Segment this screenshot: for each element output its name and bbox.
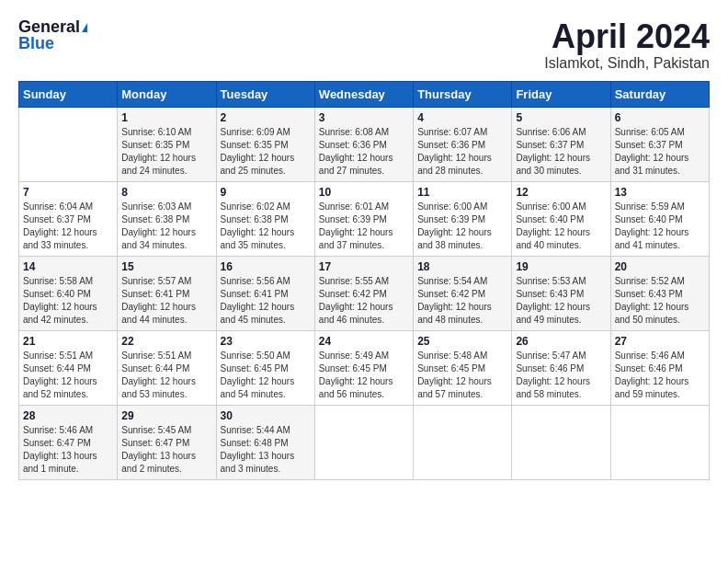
day-detail: Sunrise: 5:53 AMSunset: 6:43 PMDaylight:…: [516, 276, 590, 325]
day-number: 6: [615, 111, 705, 124]
day-detail: Sunrise: 5:51 AMSunset: 6:44 PMDaylight:…: [121, 350, 196, 399]
day-cell: 26 Sunrise: 5:47 AMSunset: 6:46 PMDaylig…: [512, 330, 610, 405]
day-number: 19: [516, 260, 606, 273]
day-cell: 8 Sunrise: 6:03 AMSunset: 6:38 PMDayligh…: [118, 181, 216, 256]
day-detail: Sunrise: 5:44 AMSunset: 6:48 PMDaylight:…: [221, 425, 295, 474]
day-number: 7: [23, 186, 113, 199]
calendar-body: 1 Sunrise: 6:10 AMSunset: 6:35 PMDayligh…: [19, 107, 710, 479]
day-detail: Sunrise: 5:59 AMSunset: 6:40 PMDaylight:…: [615, 201, 689, 250]
logo-triangle-icon: [82, 23, 87, 32]
day-detail: Sunrise: 5:48 AMSunset: 6:45 PMDaylight:…: [417, 350, 492, 399]
day-detail: Sunrise: 5:51 AMSunset: 6:44 PMDaylight:…: [23, 350, 97, 399]
day-number: 25: [417, 335, 507, 348]
day-number: 3: [319, 111, 409, 124]
day-detail: Sunrise: 6:10 AMSunset: 6:35 PMDaylight:…: [121, 127, 196, 176]
day-number: 18: [417, 260, 507, 273]
day-number: 20: [615, 260, 705, 273]
week-row-5: 28 Sunrise: 5:46 AMSunset: 6:47 PMDaylig…: [19, 405, 710, 479]
day-cell: [610, 405, 709, 479]
day-detail: Sunrise: 5:46 AMSunset: 6:47 PMDaylight:…: [23, 425, 97, 474]
day-cell: 24 Sunrise: 5:49 AMSunset: 6:45 PMDaylig…: [314, 330, 413, 405]
logo: General Blue: [18, 18, 87, 52]
day-detail: Sunrise: 5:47 AMSunset: 6:46 PMDaylight:…: [516, 350, 590, 399]
header-day-sunday: Sunday: [19, 81, 118, 107]
day-cell: 22 Sunrise: 5:51 AMSunset: 6:44 PMDaylig…: [118, 330, 216, 405]
day-cell: 30 Sunrise: 5:44 AMSunset: 6:48 PMDaylig…: [216, 405, 314, 479]
day-number: 23: [221, 335, 311, 348]
day-number: 10: [319, 186, 409, 199]
day-number: 11: [417, 186, 507, 199]
title-area: April 2024 Islamkot, Sindh, Pakistan: [544, 18, 710, 72]
day-number: 24: [319, 335, 409, 348]
day-cell: 9 Sunrise: 6:02 AMSunset: 6:38 PMDayligh…: [216, 181, 314, 256]
day-detail: Sunrise: 6:07 AMSunset: 6:36 PMDaylight:…: [417, 127, 492, 176]
day-cell: 13 Sunrise: 5:59 AMSunset: 6:40 PMDaylig…: [610, 181, 709, 256]
day-cell: 21 Sunrise: 5:51 AMSunset: 6:44 PMDaylig…: [19, 330, 118, 405]
day-detail: Sunrise: 5:54 AMSunset: 6:42 PMDaylight:…: [417, 276, 492, 325]
day-detail: Sunrise: 5:45 AMSunset: 6:47 PMDaylight:…: [121, 425, 196, 474]
day-cell: 17 Sunrise: 5:55 AMSunset: 6:42 PMDaylig…: [314, 256, 413, 330]
day-number: 5: [516, 111, 606, 124]
day-cell: 19 Sunrise: 5:53 AMSunset: 6:43 PMDaylig…: [512, 256, 610, 330]
day-detail: Sunrise: 6:09 AMSunset: 6:35 PMDaylight:…: [221, 127, 295, 176]
day-cell: 1 Sunrise: 6:10 AMSunset: 6:35 PMDayligh…: [118, 107, 216, 181]
header-day-saturday: Saturday: [610, 81, 709, 107]
day-cell: 25 Sunrise: 5:48 AMSunset: 6:45 PMDaylig…: [414, 330, 512, 405]
day-detail: Sunrise: 6:02 AMSunset: 6:38 PMDaylight:…: [221, 201, 295, 250]
day-number: 26: [516, 335, 606, 348]
day-cell: 10 Sunrise: 6:01 AMSunset: 6:39 PMDaylig…: [314, 181, 413, 256]
day-detail: Sunrise: 6:00 AMSunset: 6:40 PMDaylight:…: [516, 201, 590, 250]
day-cell: [314, 405, 413, 479]
day-detail: Sunrise: 5:57 AMSunset: 6:41 PMDaylight:…: [121, 276, 196, 325]
day-detail: Sunrise: 5:58 AMSunset: 6:40 PMDaylight:…: [23, 276, 97, 325]
day-number: 8: [121, 186, 211, 199]
day-number: 4: [417, 111, 507, 124]
day-cell: 16 Sunrise: 5:56 AMSunset: 6:41 PMDaylig…: [216, 256, 314, 330]
header-day-tuesday: Tuesday: [216, 81, 314, 107]
week-row-3: 14 Sunrise: 5:58 AMSunset: 6:40 PMDaylig…: [19, 256, 710, 330]
day-detail: Sunrise: 5:56 AMSunset: 6:41 PMDaylight:…: [221, 276, 295, 325]
day-number: 30: [221, 409, 311, 422]
day-number: 13: [615, 186, 705, 199]
day-detail: Sunrise: 5:52 AMSunset: 6:43 PMDaylight:…: [615, 276, 689, 325]
month-title: April 2024: [544, 18, 710, 55]
day-cell: 2 Sunrise: 6:09 AMSunset: 6:35 PMDayligh…: [216, 107, 314, 181]
day-number: 27: [615, 335, 705, 348]
day-number: 1: [121, 111, 211, 124]
day-cell: 29 Sunrise: 5:45 AMSunset: 6:47 PMDaylig…: [118, 405, 216, 479]
day-cell: 7 Sunrise: 6:04 AMSunset: 6:37 PMDayligh…: [19, 181, 118, 256]
day-number: 21: [23, 335, 113, 348]
day-number: 22: [121, 335, 211, 348]
day-detail: Sunrise: 5:55 AMSunset: 6:42 PMDaylight:…: [319, 276, 393, 325]
day-cell: 12 Sunrise: 6:00 AMSunset: 6:40 PMDaylig…: [512, 181, 610, 256]
day-cell: 18 Sunrise: 5:54 AMSunset: 6:42 PMDaylig…: [414, 256, 512, 330]
header-day-friday: Friday: [512, 81, 610, 107]
day-cell: 14 Sunrise: 5:58 AMSunset: 6:40 PMDaylig…: [19, 256, 118, 330]
day-detail: Sunrise: 6:06 AMSunset: 6:37 PMDaylight:…: [516, 127, 590, 176]
week-row-4: 21 Sunrise: 5:51 AMSunset: 6:44 PMDaylig…: [19, 330, 710, 405]
day-detail: Sunrise: 6:04 AMSunset: 6:37 PMDaylight:…: [23, 201, 97, 250]
day-cell: 5 Sunrise: 6:06 AMSunset: 6:37 PMDayligh…: [512, 107, 610, 181]
day-number: 28: [23, 409, 113, 422]
day-detail: Sunrise: 6:01 AMSunset: 6:39 PMDaylight:…: [319, 201, 393, 250]
location-text: Islamkot, Sindh, Pakistan: [544, 55, 710, 72]
calendar-table: SundayMondayTuesdayWednesdayThursdayFrid…: [18, 81, 710, 480]
day-number: 15: [121, 260, 211, 273]
day-cell: [19, 107, 118, 181]
day-cell: 4 Sunrise: 6:07 AMSunset: 6:36 PMDayligh…: [414, 107, 512, 181]
day-detail: Sunrise: 6:03 AMSunset: 6:38 PMDaylight:…: [121, 201, 196, 250]
day-cell: 20 Sunrise: 5:52 AMSunset: 6:43 PMDaylig…: [610, 256, 709, 330]
day-detail: Sunrise: 5:49 AMSunset: 6:45 PMDaylight:…: [319, 350, 393, 399]
header-day-monday: Monday: [118, 81, 216, 107]
day-number: 14: [23, 260, 113, 273]
logo-general-text: General: [18, 18, 80, 35]
day-number: 16: [221, 260, 311, 273]
day-number: 2: [221, 111, 311, 124]
day-detail: Sunrise: 6:05 AMSunset: 6:37 PMDaylight:…: [615, 127, 689, 176]
day-number: 29: [121, 409, 211, 422]
day-cell: 23 Sunrise: 5:50 AMSunset: 6:45 PMDaylig…: [216, 330, 314, 405]
day-number: 17: [319, 260, 409, 273]
week-row-2: 7 Sunrise: 6:04 AMSunset: 6:37 PMDayligh…: [19, 181, 710, 256]
day-cell: 15 Sunrise: 5:57 AMSunset: 6:41 PMDaylig…: [118, 256, 216, 330]
week-row-1: 1 Sunrise: 6:10 AMSunset: 6:35 PMDayligh…: [19, 107, 710, 181]
